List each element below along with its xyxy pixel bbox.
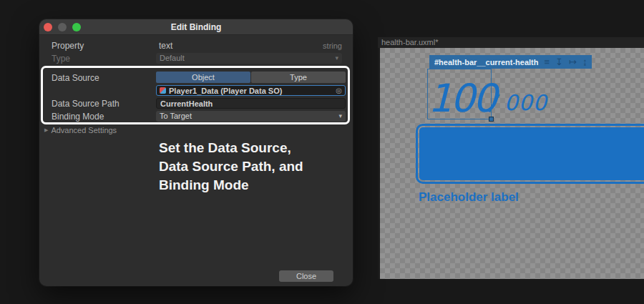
annotation-line: Data Source Path, and <box>159 157 303 176</box>
chevron-down-icon: ▾ <box>338 111 342 122</box>
selected-element-name: #health-bar__current-health <box>434 58 538 67</box>
object-picker-icon[interactable]: ◎ <box>336 87 342 94</box>
foldout-arrow-icon: ▶ <box>44 127 48 133</box>
dock-bottom-icon[interactable]: ↧ <box>555 55 563 69</box>
close-button[interactable]: Close <box>279 270 333 282</box>
annotation-line: Binding Mode <box>159 176 303 195</box>
dialog-titlebar[interactable]: Edit Binding <box>39 19 353 35</box>
health-max-label[interactable]: / 000 <box>489 92 547 114</box>
advanced-settings-label: Advanced Settings <box>51 126 117 134</box>
data-source-label: Data Source <box>52 73 99 83</box>
align-lines-icon[interactable]: ≡ <box>544 55 550 69</box>
anchor-right-icon[interactable]: ↦ <box>569 55 577 69</box>
uxml-document-tab[interactable]: health-bar.uxml* <box>378 37 644 48</box>
zoom-traffic-light-icon[interactable] <box>72 23 81 31</box>
resize-vertical-icon[interactable]: ↨ <box>582 55 587 69</box>
chevron-down-icon: ▾ <box>335 53 338 64</box>
edit-binding-dialog: Edit Binding Property text string Type D… <box>39 19 353 286</box>
health-value-label[interactable]: 100 <box>428 79 495 118</box>
property-label: Property <box>52 41 84 51</box>
annotation-text: Set the Data Source, Data Source Path, a… <box>159 139 303 195</box>
scriptable-object-icon <box>160 87 166 94</box>
dialog-title: Edit Binding <box>39 19 353 35</box>
data-source-path-label: Data Source Path <box>52 99 119 109</box>
placeholder-label[interactable]: Placeholder label <box>419 190 519 205</box>
tab-type[interactable]: Type <box>251 72 346 83</box>
type-label: Type <box>52 54 70 64</box>
selection-header[interactable]: #health-bar__current-health ≡ ↧ ↦ ↨ <box>429 55 592 69</box>
close-traffic-light-icon[interactable] <box>44 23 52 31</box>
type-dropdown-value: Default <box>160 54 185 62</box>
data-source-tabs: Object Type <box>156 72 346 83</box>
tab-object[interactable]: Object <box>156 72 250 83</box>
property-value: text <box>159 41 172 51</box>
data-source-object-field[interactable]: Player1_Data (Player Data SO) ◎ <box>156 85 346 96</box>
object-field-value: Player1_Data (Player Data SO) <box>169 87 333 95</box>
binding-mode-value: To Target <box>160 112 192 120</box>
property-type-hint: string <box>323 41 342 50</box>
uxml-tab-title: health-bar.uxml* <box>381 38 439 46</box>
uxml-canvas[interactable]: #health-bar__current-health ≡ ↧ ↦ ↨ 100 … <box>380 48 644 279</box>
advanced-settings-foldout[interactable]: ▶ Advanced Settings <box>44 126 117 134</box>
binding-mode-dropdown[interactable]: To Target ▾ <box>156 111 346 122</box>
uxml-preview-panel: health-bar.uxml* #health-bar__current-he… <box>378 37 644 279</box>
type-dropdown: Default ▾ <box>156 53 342 64</box>
minimize-traffic-light-icon[interactable] <box>58 23 67 31</box>
data-source-path-input[interactable] <box>156 98 346 109</box>
binding-mode-label: Binding Mode <box>52 112 104 122</box>
annotation-line: Set the Data Source, <box>159 139 303 157</box>
health-bar-fill <box>419 127 644 180</box>
health-bar-border[interactable] <box>416 124 644 184</box>
